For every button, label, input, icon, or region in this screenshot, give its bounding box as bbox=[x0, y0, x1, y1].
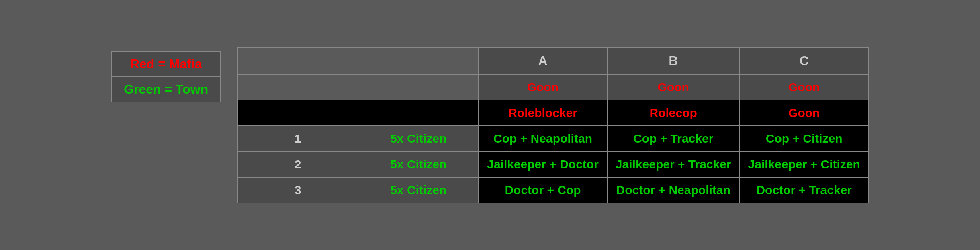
row-1-cell-a: Cop + Neapolitan bbox=[479, 126, 607, 152]
row-1-cell-c: Cop + Citizen bbox=[740, 126, 869, 152]
green-town-legend: Green = Town bbox=[111, 77, 221, 102]
legend-area: Red = Mafia Green = Town bbox=[111, 51, 221, 102]
col-header-a: A bbox=[479, 47, 607, 74]
row-3-cell-a: Doctor + Cop bbox=[479, 177, 607, 203]
mafia-role-a: Roleblocker bbox=[479, 100, 607, 126]
row-3-num: 3 bbox=[237, 177, 358, 203]
table-row: 3 5x Citizen Doctor + Cop Doctor + Neapo… bbox=[237, 177, 869, 203]
page-container: Red = Mafia Green = Town A B C Goon Goon… bbox=[111, 47, 869, 203]
mafia-role-b: Rolecop bbox=[607, 100, 740, 126]
goon-a: Goon bbox=[479, 74, 607, 100]
goon-b: Goon bbox=[607, 74, 740, 100]
goon-c: Goon bbox=[740, 74, 869, 100]
main-table: A B C Goon Goon Goon Roleblocker Rolecop… bbox=[237, 47, 869, 203]
row-2-cell-c: Jailkeeper + Citizen bbox=[740, 152, 869, 177]
row-1-cell-b: Cop + Tracker bbox=[607, 126, 740, 152]
table-row: 2 5x Citizen Jailkeeper + Doctor Jailkee… bbox=[237, 152, 869, 177]
col-header-b: B bbox=[607, 47, 740, 74]
row-2-num: 2 bbox=[237, 152, 358, 177]
mafia-role-c: Goon bbox=[740, 100, 869, 126]
column-header-row: A B C bbox=[237, 47, 869, 74]
row-2-town: 5x Citizen bbox=[358, 152, 479, 177]
mafia-role-row: Roleblocker Rolecop Goon bbox=[237, 100, 869, 126]
col-header-c: C bbox=[740, 47, 869, 74]
row-1-town: 5x Citizen bbox=[358, 126, 479, 152]
red-mafia-legend: Red = Mafia bbox=[111, 51, 221, 77]
row-3-town: 5x Citizen bbox=[358, 177, 479, 203]
goon-subheader-row: Goon Goon Goon bbox=[237, 74, 869, 100]
row-2-cell-b: Jailkeeper + Tracker bbox=[607, 152, 740, 177]
row-3-cell-c: Doctor + Tracker bbox=[740, 177, 869, 203]
table-row: 1 5x Citizen Cop + Neapolitan Cop + Trac… bbox=[237, 126, 869, 152]
row-3-cell-b: Doctor + Neapolitan bbox=[607, 177, 740, 203]
row-1-num: 1 bbox=[237, 126, 358, 152]
row-2-cell-a: Jailkeeper + Doctor bbox=[479, 152, 607, 177]
